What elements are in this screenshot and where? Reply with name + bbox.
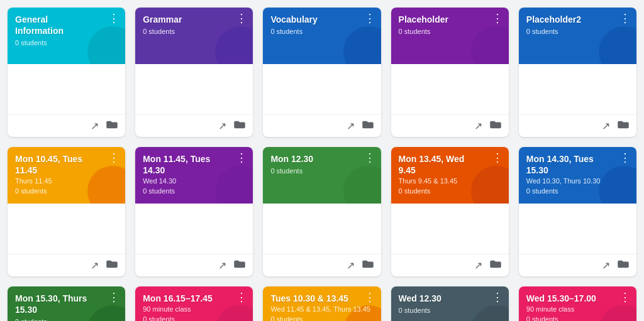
folder-icon-placeholder[interactable] [490,120,501,132]
card-students-wed1530-1700: 0 students [526,315,629,321]
card-header-mon1230[interactable]: ⋮Mon 12.300 students [263,147,380,204]
card-students-mon1045-tues1145: 0 students [15,187,118,195]
card-footer-mon1345-wed945: ↗ [391,254,509,276]
card-title-general-information: General Information [15,14,97,36]
card-subtitle-mon1430-tues1530: Wed 10.30, Thurs 10.30 [526,177,629,185]
card-grammar: ⋮Grammar0 students↗ [135,8,253,137]
card-menu-mon1530-thurs1530[interactable]: ⋮ [108,291,120,303]
card-header-wed1230[interactable]: ⋮Wed 12.300 students [391,286,509,321]
card-menu-wed1230[interactable]: ⋮ [492,291,504,303]
card-body-mon1345-wed945 [391,204,509,254]
card-mon1530-thurs1530: ⋮Mon 15.30, Thurs 15.300 students↗ [8,286,125,321]
card-menu-placeholder2[interactable]: ⋮ [619,13,631,24]
card-header-mon1345-wed945[interactable]: ⋮Mon 13.45, Wed 9.45Thurs 9.45 & 13.450 … [391,147,509,204]
card-mon1345-wed945: ⋮Mon 13.45, Wed 9.45Thurs 9.45 & 13.450 … [391,147,509,276]
card-footer-mon1430-tues1530: ↗ [519,254,636,276]
card-menu-mon1145-tues1430[interactable]: ⋮ [236,152,248,163]
trend-icon-mon1345-wed945[interactable]: ↗ [474,259,482,271]
folder-icon-mon1230[interactable] [362,259,374,271]
card-body-general-information [8,64,125,114]
card-placeholder2: ⋮Placeholder20 students↗ [519,8,636,137]
card-footer-placeholder2: ↗ [519,114,636,137]
card-header-tues1030-1345[interactable]: ⋮Tues 10.30 & 13.45Wed 11.45 & 13.45, Th… [263,286,380,321]
card-title-placeholder2: Placeholder2 [526,14,609,25]
card-vocabulary: ⋮Vocabulary0 students↗ [263,8,380,137]
card-header-grammar[interactable]: ⋮Grammar0 students [135,8,253,64]
card-menu-mon1345-wed945[interactable]: ⋮ [492,152,504,163]
card-title-placeholder: Placeholder [399,14,481,25]
trend-icon-vocabulary[interactable]: ↗ [347,120,355,132]
card-subtitle-wed1530-1700: 90 minute class [526,305,629,313]
trend-icon-general-information[interactable]: ↗ [91,120,99,132]
card-students-general-information: 0 students [15,39,118,46]
card-title-vocabulary: Vocabulary [270,14,353,25]
card-footer-mon1230: ↗ [263,254,380,276]
card-subtitle-mon1615-1745: 90 minute class [143,305,245,313]
card-menu-mon1615-1745[interactable]: ⋮ [236,291,248,303]
trend-icon-mon1045-tues1145[interactable]: ↗ [91,259,99,271]
card-menu-general-information[interactable]: ⋮ [108,13,120,24]
card-title-mon1615-1745: Mon 16.15–17.45 [143,293,225,304]
trend-icon-placeholder[interactable]: ↗ [474,120,482,132]
card-menu-placeholder[interactable]: ⋮ [492,13,504,24]
folder-icon-vocabulary[interactable] [362,120,374,132]
card-menu-grammar[interactable]: ⋮ [236,13,248,24]
card-menu-mon1230[interactable]: ⋮ [364,152,376,163]
card-wed1230: ⋮Wed 12.300 students↗ [391,286,509,321]
card-header-placeholder2[interactable]: ⋮Placeholder20 students [519,8,636,64]
card-placeholder: ⋮Placeholder0 students↗ [391,8,509,137]
card-students-wed1230: 0 students [399,307,501,314]
trend-icon-mon1430-tues1530[interactable]: ↗ [602,259,610,271]
card-body-vocabulary [263,64,380,114]
card-mon1045-tues1145: ⋮Mon 10.45, Tues 11.45Thurs 11.450 stude… [8,147,125,276]
card-students-vocabulary: 0 students [270,28,373,35]
card-title-wed1530-1700: Wed 15.30–17.00 [526,293,609,304]
card-menu-wed1530-1700[interactable]: ⋮ [619,291,631,303]
folder-icon-placeholder2[interactable] [618,120,629,132]
card-wed1530-1700: ⋮Wed 15.30–17.0090 minute class0 student… [519,286,636,321]
card-header-mon1045-tues1145[interactable]: ⋮Mon 10.45, Tues 11.45Thurs 11.450 stude… [8,147,125,204]
folder-icon-mon1345-wed945[interactable] [490,259,501,271]
trend-icon-placeholder2[interactable]: ↗ [602,120,610,132]
card-subtitle-tues1030-1345: Wed 11.45 & 13.45, Thurs 13.45 [270,305,373,313]
card-header-vocabulary[interactable]: ⋮Vocabulary0 students [263,8,380,64]
card-header-wed1530-1700[interactable]: ⋮Wed 15.30–17.0090 minute class0 student… [519,286,636,321]
trend-icon-grammar[interactable]: ↗ [218,120,226,132]
card-header-mon1530-thurs1530[interactable]: ⋮Mon 15.30, Thurs 15.300 students [8,286,125,321]
folder-icon-general-information[interactable] [106,120,118,132]
card-title-mon1045-tues1145: Mon 10.45, Tues 11.45 [15,153,97,176]
card-menu-mon1430-tues1530[interactable]: ⋮ [619,152,631,163]
cards-grid: ⋮General Information0 students↗⋮Grammar0… [8,8,636,321]
card-footer-grammar: ↗ [135,114,253,137]
card-students-grammar: 0 students [143,28,245,35]
card-students-mon1345-wed945: 0 students [399,187,501,195]
card-general-information: ⋮General Information0 students↗ [8,8,125,137]
card-menu-mon1045-tues1145[interactable]: ⋮ [108,152,120,163]
card-students-mon1230: 0 students [270,167,373,175]
folder-icon-mon1430-tues1530[interactable] [618,259,629,271]
card-footer-placeholder: ↗ [391,114,509,137]
card-header-mon1615-1745[interactable]: ⋮Mon 16.15–17.4590 minute class0 student… [135,286,253,321]
card-title-grammar: Grammar [143,14,225,25]
card-body-grammar [135,64,253,114]
card-header-general-information[interactable]: ⋮General Information0 students [8,8,125,64]
card-footer-mon1045-tues1145: ↗ [8,254,125,276]
folder-icon-grammar[interactable] [234,120,245,132]
card-students-placeholder: 0 students [399,28,501,35]
card-body-mon1230 [263,204,380,254]
trend-icon-mon1145-tues1430[interactable]: ↗ [218,259,226,271]
folder-icon-mon1145-tues1430[interactable] [234,259,245,271]
trend-icon-mon1230[interactable]: ↗ [347,259,355,271]
card-header-mon1430-tues1530[interactable]: ⋮Mon 14.30, Tues 15.30Wed 10.30, Thurs 1… [519,147,636,204]
card-header-placeholder[interactable]: ⋮Placeholder0 students [391,8,509,64]
folder-icon-mon1045-tues1145[interactable] [106,259,118,271]
card-body-mon1145-tues1430 [135,204,253,254]
card-title-mon1145-tues1430: Mon 11.45, Tues 14.30 [143,153,225,176]
card-title-wed1230: Wed 12.30 [399,293,481,304]
card-header-mon1145-tues1430[interactable]: ⋮Mon 11.45, Tues 14.30Wed 14.300 student… [135,147,253,204]
card-menu-vocabulary[interactable]: ⋮ [364,13,376,24]
card-menu-tues1030-1345[interactable]: ⋮ [364,291,376,303]
card-students-mon1615-1745: 0 students [143,315,245,321]
card-tues1030-1345: ⋮Tues 10.30 & 13.45Wed 11.45 & 13.45, Th… [263,286,380,321]
card-mon1230: ⋮Mon 12.300 students↗ [263,147,380,276]
